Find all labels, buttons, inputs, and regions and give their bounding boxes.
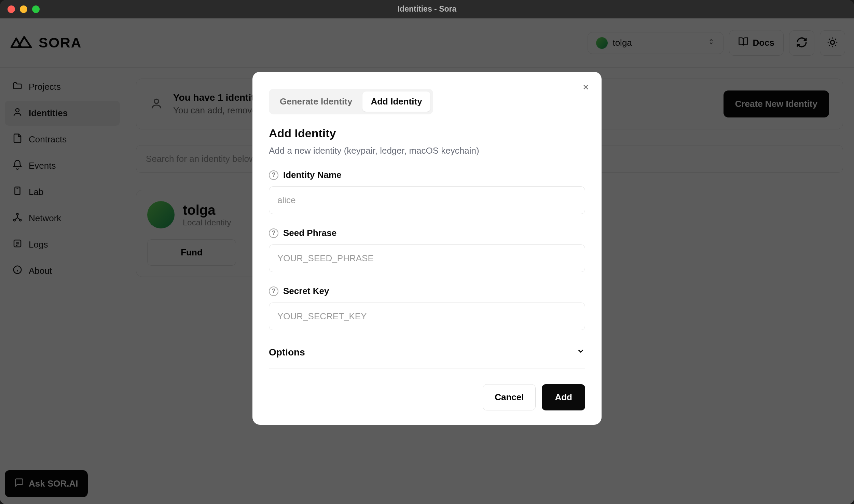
modal-title: Add Identity xyxy=(269,127,585,140)
cancel-button[interactable]: Cancel xyxy=(483,384,536,410)
seed-phrase-input[interactable] xyxy=(269,244,585,272)
secret-key-input[interactable] xyxy=(269,303,585,330)
window-minimize-button[interactable] xyxy=(20,5,27,13)
modal-description: Add a new identity (keypair, ledger, mac… xyxy=(269,145,585,156)
help-icon[interactable]: ? xyxy=(269,228,278,238)
field-label-secret-key: ? Secret Key xyxy=(269,286,585,296)
modal-overlay[interactable]: Generate Identity Add Identity Add Ident… xyxy=(0,18,854,504)
tab-add-identity[interactable]: Add Identity xyxy=(362,92,430,112)
help-icon[interactable]: ? xyxy=(269,170,278,180)
help-icon[interactable]: ? xyxy=(269,286,278,296)
modal-close-button[interactable] xyxy=(578,80,593,95)
tab-generate-identity[interactable]: Generate Identity xyxy=(272,92,360,112)
options-label: Options xyxy=(269,347,305,358)
window-title: Identities - Sora xyxy=(398,4,457,14)
field-label-identity-name: ? Identity Name xyxy=(269,170,585,180)
window-maximize-button[interactable] xyxy=(32,5,40,13)
chevron-down-icon xyxy=(576,347,585,358)
add-button[interactable]: Add xyxy=(542,384,585,410)
identity-name-input[interactable] xyxy=(269,186,585,214)
window-close-button[interactable] xyxy=(8,5,15,13)
add-identity-modal: Generate Identity Add Identity Add Ident… xyxy=(252,72,602,425)
field-label-seed-phrase: ? Seed Phrase xyxy=(269,228,585,238)
close-icon xyxy=(582,83,590,92)
window-titlebar: Identities - Sora xyxy=(0,0,854,18)
modal-tabs: Generate Identity Add Identity xyxy=(269,89,433,114)
options-toggle[interactable]: Options xyxy=(269,347,585,368)
